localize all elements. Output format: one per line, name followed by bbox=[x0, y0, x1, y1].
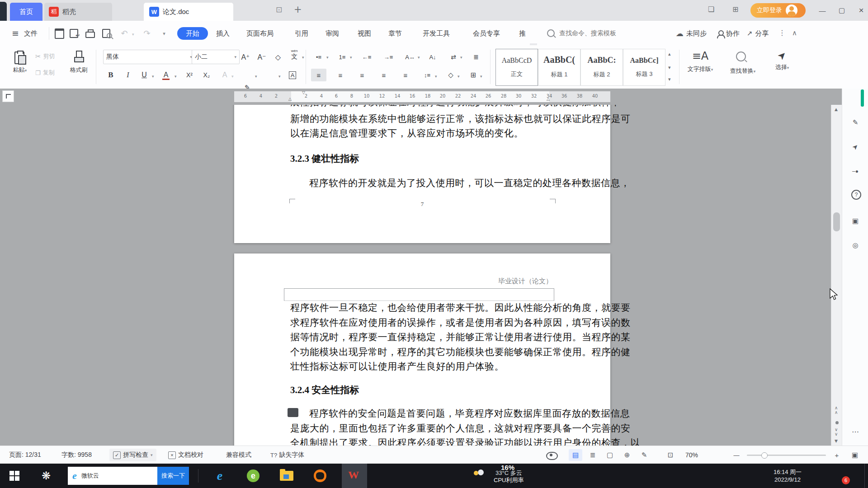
taskbar-search-input[interactable] bbox=[80, 472, 141, 480]
app-center-icon[interactable]: ⊞ bbox=[732, 6, 738, 13]
align-center-icon[interactable]: ≡ bbox=[333, 69, 348, 81]
undo-icon[interactable]: ↶ bbox=[118, 28, 130, 39]
clear-format-icon[interactable]: ◇ bbox=[270, 51, 286, 63]
style-heading3[interactable]: AaBbCc] 标题 3 bbox=[623, 49, 665, 86]
decrease-font-icon[interactable]: A⁻ bbox=[254, 51, 269, 63]
font-color-dropdown-icon[interactable]: ▾ bbox=[278, 74, 281, 79]
highlight-dropdown-icon[interactable]: ▾ bbox=[255, 74, 257, 79]
align-distribute-icon[interactable]: ≡ bbox=[398, 69, 413, 81]
copy-button[interactable]: ❐ 复制 bbox=[35, 69, 55, 77]
taskbar-search[interactable]: e 搜索一下 bbox=[68, 467, 189, 485]
collapse-ribbon-icon[interactable]: ∧ bbox=[792, 30, 797, 37]
taskbar-ie-icon[interactable]: e bbox=[211, 467, 229, 485]
align-left-icon[interactable]: ≡ bbox=[311, 69, 326, 81]
phonetic-dropdown-icon[interactable]: ▾ bbox=[302, 55, 304, 60]
tab-stops-icon[interactable]: ≣ bbox=[468, 51, 484, 63]
hanging-indent-marker[interactable]: △ bbox=[288, 97, 292, 101]
menu-tab-overflow[interactable]: 推 bbox=[519, 27, 526, 40]
style-normal[interactable]: AaBbCcD 正文 bbox=[495, 49, 538, 86]
increase-indent-icon[interactable]: →≡ bbox=[381, 51, 396, 63]
save-icon[interactable] bbox=[53, 28, 65, 39]
tab-selector[interactable] bbox=[2, 90, 14, 102]
document-page-2[interactable]: 毕业设计（论文） 程序软件一旦不稳定，也会给使用者带来干扰。因此从性能分析的角度… bbox=[234, 253, 610, 446]
char-scale-icon[interactable]: A↔ bbox=[402, 51, 418, 63]
right-indent-marker[interactable]: △ bbox=[547, 97, 550, 101]
taskbar-cat-app-icon[interactable] bbox=[311, 467, 329, 485]
line-spacing-dropdown-icon[interactable]: ▾ bbox=[435, 74, 437, 79]
menu-tab-layout[interactable]: 页面布局 bbox=[246, 27, 274, 40]
help-icon[interactable]: ? bbox=[851, 190, 861, 200]
window-layout-icon[interactable]: ❏ bbox=[708, 6, 714, 13]
fit-page-icon[interactable]: ⊡ bbox=[664, 449, 677, 461]
style-heading2[interactable]: AaBbC: 标题 2 bbox=[580, 49, 623, 86]
taskbar-browser360-icon[interactable]: e bbox=[244, 467, 262, 485]
menu-tab-member[interactable]: 会员专享 bbox=[473, 27, 500, 40]
view-web-icon[interactable]: ⊕ bbox=[620, 449, 634, 461]
eye-protect-icon[interactable] bbox=[546, 452, 558, 460]
numbering-dropdown-icon[interactable]: ▾ bbox=[350, 55, 352, 60]
align-justify-icon[interactable]: ≡ bbox=[376, 69, 392, 81]
increase-font-icon[interactable]: A⁺ bbox=[238, 51, 253, 63]
panel-accent-handle[interactable] bbox=[861, 89, 864, 107]
show-desktop-strip[interactable] bbox=[864, 464, 865, 488]
text-layout-button[interactable]: ≡A 文字排版▾ bbox=[684, 49, 716, 73]
taskbar-search-button[interactable]: 搜索一下 bbox=[157, 467, 189, 485]
close-button[interactable]: × bbox=[854, 4, 868, 17]
zoom-in-icon[interactable]: + bbox=[830, 449, 844, 461]
next-page-icon[interactable]: ∨∨ bbox=[835, 427, 838, 436]
tab-docer[interactable]: 稻 稻壳 bbox=[44, 3, 112, 21]
char-border-icon[interactable]: A bbox=[287, 70, 298, 80]
document-canvas[interactable]: 展性指标达标就可以保证在对程序进行功能扩展升级时，可以快捷添加软件中 新增的功能… bbox=[0, 105, 831, 446]
hamburger-icon[interactable]: ≡ bbox=[12, 29, 19, 38]
view-outline-icon[interactable]: ≣ bbox=[586, 449, 599, 461]
quickbar-more-icon[interactable]: ▾ bbox=[158, 28, 170, 39]
login-button[interactable]: 立即登录 bbox=[750, 3, 806, 18]
shading-dropdown-icon[interactable]: ▾ bbox=[458, 74, 460, 79]
start-button[interactable] bbox=[5, 467, 24, 485]
ink-annotate-icon[interactable]: ✎ bbox=[849, 117, 861, 128]
notification-badge[interactable]: 6 bbox=[842, 476, 850, 484]
find-replace-button[interactable]: 查找替换▾ bbox=[723, 49, 762, 75]
search-input[interactable] bbox=[558, 29, 669, 37]
numbered-list-icon[interactable]: 1≡ bbox=[335, 51, 350, 63]
view-ink-icon[interactable]: ✎ bbox=[637, 449, 651, 461]
scroll-down-icon[interactable]: ▼ bbox=[835, 439, 838, 443]
screen-cast-icon[interactable]: ⊡ bbox=[276, 6, 282, 14]
adjust-tool-icon[interactable]: –● bbox=[849, 165, 861, 177]
print-preview-icon[interactable] bbox=[100, 28, 112, 39]
paste-button[interactable]: 粘贴▾ bbox=[9, 49, 31, 85]
command-search[interactable] bbox=[547, 26, 678, 40]
decrease-indent-icon[interactable]: ←≡ bbox=[359, 51, 374, 63]
bold-icon[interactable]: B bbox=[103, 69, 118, 81]
menu-tab-references[interactable]: 引用 bbox=[295, 27, 308, 40]
maximize-button[interactable]: ▢ bbox=[835, 4, 849, 17]
strikethrough-icon[interactable]: A bbox=[158, 69, 174, 81]
scrollbar-thumb[interactable] bbox=[833, 212, 840, 231]
font-name-select[interactable]: 黑体 ▾ bbox=[103, 50, 195, 64]
styles-scroll-up-icon[interactable]: ▴ bbox=[668, 52, 671, 56]
menu-tab-section[interactable]: 章节 bbox=[388, 27, 402, 40]
borders-icon[interactable]: ⊞ bbox=[466, 69, 481, 81]
line-spacing-icon[interactable]: ↕≡ bbox=[420, 69, 435, 81]
underline-dropdown-icon[interactable]: ▾ bbox=[152, 74, 154, 79]
share-button[interactable]: ↗ 分享 bbox=[747, 27, 769, 40]
word-count[interactable]: 字数: 9958 bbox=[61, 446, 92, 464]
zoom-slider[interactable] bbox=[747, 455, 826, 456]
menu-tab-devtools[interactable]: 开发工具 bbox=[423, 27, 450, 40]
missing-font-button[interactable]: T? 缺失字体 bbox=[270, 446, 304, 464]
styles-more-icon[interactable]: ▾ bbox=[668, 77, 671, 82]
menu-tab-insert[interactable]: 插入 bbox=[216, 27, 230, 40]
new-tab-button[interactable]: + bbox=[294, 5, 302, 14]
export-icon[interactable]: ↩ bbox=[68, 28, 80, 39]
menu-tab-view[interactable]: 视图 bbox=[358, 27, 371, 40]
prev-page-icon[interactable]: ∧∧ bbox=[835, 406, 838, 415]
zoom-out-icon[interactable]: — bbox=[730, 449, 743, 461]
select-button[interactable]: ➤ 选择▾ bbox=[769, 49, 796, 71]
sync-status[interactable]: ☁ 未同步 bbox=[676, 27, 707, 40]
taskbar-wps-active-cell[interactable]: W bbox=[342, 464, 367, 488]
superscript-icon[interactable]: X² bbox=[182, 69, 197, 81]
shading-icon[interactable]: ◇ bbox=[443, 69, 458, 81]
strikethrough-dropdown-icon[interactable]: ▾ bbox=[175, 74, 177, 79]
styles-scroll-down-icon[interactable]: ▾ bbox=[668, 65, 671, 70]
taskbar-explorer-icon[interactable] bbox=[278, 467, 296, 485]
